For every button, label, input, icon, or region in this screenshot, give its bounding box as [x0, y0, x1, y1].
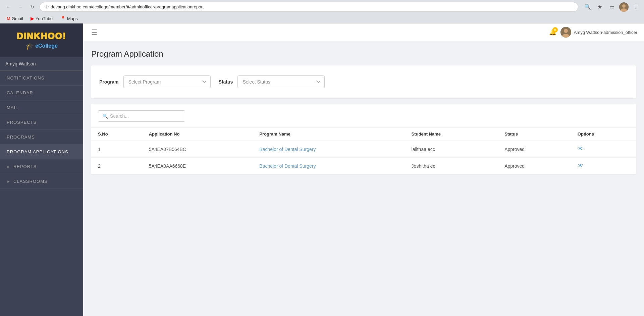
status-filter-group: Status Select Status Approved Pending Re… [219, 75, 325, 88]
bookmark-gmail[interactable]: M Gmail [4, 15, 26, 22]
table-card: 🔍 S.No Application No Program Name Stude… [91, 104, 636, 174]
url-text: devang.dinkhoo.com/ecollege/member/#/adm… [51, 4, 573, 9]
data-table: S.No Application No Program Name Student… [91, 127, 636, 174]
sidebar-item-calendar[interactable]: CALENDAR [0, 86, 83, 100]
search-icon: 🔍 [102, 113, 108, 119]
user-avatar-header [560, 27, 571, 38]
sidebar-username: Amyg Wattson [5, 61, 36, 66]
svg-point-1 [622, 4, 626, 8]
sidebar-item-label: PROGRAM APPLICATIONS [7, 149, 68, 154]
user-name-header-text: Amyg Wattson-admission_officer [574, 30, 637, 35]
col-header-options: Options [571, 127, 636, 141]
bookmark-youtube[interactable]: ▶ YouTube [28, 15, 55, 22]
menu-button[interactable]: ⋮ [631, 2, 641, 12]
youtube-icon: ▶ [31, 16, 34, 21]
page-content: Program Application Program Select Progr… [83, 41, 644, 182]
cell-status: Approved [498, 141, 571, 158]
bookmark-gmail-label: Gmail [12, 16, 23, 21]
program-link[interactable]: Bachelor of Dental Surgery [259, 163, 316, 169]
cell-program-name: Bachelor of Dental Surgery [253, 158, 405, 174]
page-title: Program Application [91, 49, 636, 59]
app-wrapper: DINKHOO! 🎓 eCollege Amyg Wattson NOTIFIC… [0, 23, 644, 316]
view-icon-button[interactable]: 👁 [578, 162, 584, 169]
browser-chrome: ← → ↻ ⓘ devang.dinkhoo.com/ecollege/memb… [0, 0, 644, 23]
graduation-cap-icon: 🎓 [25, 42, 34, 50]
user-profile-header[interactable]: Amyg Wattson-admission_officer [560, 27, 637, 38]
bookmark-maps[interactable]: 📍 Maps [57, 15, 80, 22]
program-link[interactable]: Bachelor of Dental Surgery [259, 147, 316, 152]
sidebar-item-notifications[interactable]: NOTIFICATIONS [0, 71, 83, 86]
cell-sno: 1 [91, 141, 142, 158]
filter-row: Program Select Program Bachelor of Denta… [99, 75, 628, 88]
logo-subtitle: 🎓 eCollege [25, 42, 58, 50]
sidebar-item-label: PROGRAMS [7, 135, 35, 140]
gmail-icon: M [7, 16, 10, 21]
status-select[interactable]: Select Status Approved Pending Rejected [237, 75, 325, 88]
sidebar-item-prospects[interactable]: PROSPECTS [0, 115, 83, 130]
col-header-sno: S.No [91, 127, 142, 141]
reload-button[interactable]: ↻ [28, 2, 37, 12]
status-filter-label: Status [219, 79, 233, 85]
sidebar-item-program-applications[interactable]: PROGRAM APPLICATIONS [0, 145, 83, 159]
main-content: ☰ 🔔 0 Amyg Wattson-admission_officer [83, 23, 644, 316]
sidebar: DINKHOO! 🎓 eCollege Amyg Wattson NOTIFIC… [0, 23, 83, 316]
cell-options: 👁 [571, 158, 636, 174]
sidebar-user: Amyg Wattson [0, 57, 83, 71]
filter-card: Program Select Program Bachelor of Denta… [91, 65, 636, 98]
cell-options: 👁 [571, 141, 636, 158]
chevron-right-icon: ► [7, 179, 11, 183]
sidebar-toggle-button[interactable]: ▭ [607, 2, 616, 12]
notification-bell[interactable]: 🔔 0 [549, 29, 556, 36]
forward-button[interactable]: → [15, 2, 25, 12]
sidebar-item-programs[interactable]: PROGRAMS [0, 130, 83, 145]
cell-app-no: 5A4EA07B564BC [142, 141, 253, 158]
sidebar-item-label: MAIL [7, 105, 18, 110]
notification-badge: 0 [552, 27, 558, 33]
sidebar-item-reports[interactable]: ► REPORTS [0, 159, 83, 174]
security-icon: ⓘ [45, 4, 49, 10]
chevron-right-icon: ► [7, 165, 11, 169]
cell-program-name: Bachelor of Dental Surgery [253, 141, 405, 158]
col-header-student-name: Student Name [405, 127, 498, 141]
program-filter-label: Program [99, 79, 119, 85]
program-filter-group: Program Select Program Bachelor of Denta… [99, 75, 211, 88]
col-header-program-name: Program Name [253, 127, 405, 141]
logo-text: DINKHOO! [17, 31, 66, 41]
header-right: 🔔 0 Amyg Wattson-admission_officer [549, 27, 637, 38]
search-input[interactable] [110, 113, 181, 119]
sidebar-item-label: PROSPECTS [7, 120, 37, 125]
search-input-wrap: 🔍 [98, 110, 185, 122]
cell-sno: 2 [91, 158, 142, 174]
bookmark-star-button[interactable]: ★ [595, 2, 604, 12]
sidebar-item-label: CALENDAR [7, 90, 33, 95]
cell-student-name: Joshitha ec [405, 158, 498, 174]
table-search-bar: 🔍 [91, 110, 636, 127]
col-header-app-no: Application No [142, 127, 253, 141]
profile-avatar[interactable] [619, 2, 629, 12]
back-button[interactable]: ← [3, 2, 13, 12]
sidebar-logo: DINKHOO! 🎓 eCollege [0, 23, 83, 57]
cell-status: Approved [498, 158, 571, 174]
table-row: 2 5A4EA0AA6668E Bachelor of Dental Surge… [91, 158, 636, 174]
sidebar-item-label: REPORTS [13, 164, 37, 169]
sidebar-item-classrooms[interactable]: ► CLASSROOMS [0, 174, 83, 189]
program-select[interactable]: Select Program Bachelor of Dental Surger… [123, 75, 211, 88]
col-header-status: Status [498, 127, 571, 141]
maps-icon: 📍 [60, 16, 66, 21]
sidebar-item-mail[interactable]: MAIL [0, 100, 83, 115]
sidebar-item-label: NOTIFICATIONS [7, 75, 44, 81]
bookmark-youtube-label: YouTube [36, 16, 53, 21]
top-header: ☰ 🔔 0 Amyg Wattson-admission_officer [83, 23, 644, 41]
sidebar-nav: NOTIFICATIONS CALENDAR MAIL PROSPECTS PR… [0, 71, 83, 316]
address-bar[interactable]: ⓘ devang.dinkhoo.com/ecollege/member/#/a… [40, 2, 578, 12]
logo-subtitle-text: eCollege [35, 43, 58, 49]
svg-point-4 [564, 29, 568, 33]
search-button[interactable]: 🔍 [583, 2, 592, 12]
cell-app-no: 5A4EA0AA6668E [142, 158, 253, 174]
table-row: 1 5A4EA07B564BC Bachelor of Dental Surge… [91, 141, 636, 158]
cell-student-name: lalithaa ecc [405, 141, 498, 158]
view-icon-button[interactable]: 👁 [578, 146, 584, 153]
hamburger-button[interactable]: ☰ [90, 27, 99, 38]
bookmark-maps-label: Maps [67, 16, 78, 21]
sidebar-item-label: CLASSROOMS [13, 179, 48, 184]
